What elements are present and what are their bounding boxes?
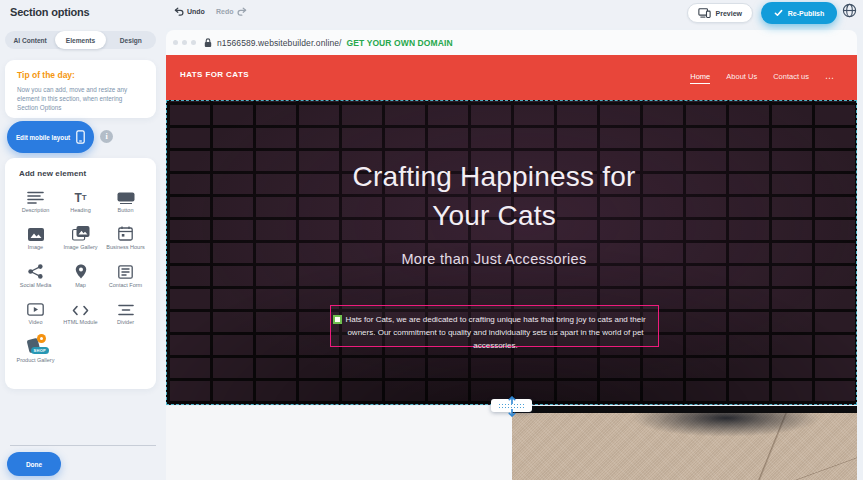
element-html-module[interactable]: HTML Module bbox=[58, 298, 103, 326]
preview-devices-icon bbox=[698, 8, 711, 19]
tab-elements[interactable]: Elements bbox=[55, 31, 105, 49]
element-divider[interactable]: Divider bbox=[103, 298, 148, 326]
tip-of-the-day-card: Tip of the day: Now you can add, move an… bbox=[5, 60, 156, 118]
selection-drag-handle[interactable] bbox=[333, 315, 342, 324]
site-logo[interactable]: HATS FOR CATS bbox=[180, 70, 249, 79]
site-header[interactable]: HATS FOR CATS Home About Us Contact us ⋯ bbox=[166, 55, 857, 100]
republish-label: Re-Publish bbox=[788, 10, 825, 17]
heading-icon: TT bbox=[74, 186, 86, 204]
element-product-gallery[interactable]: SHOP Product Gallery bbox=[13, 336, 58, 364]
nav-contact-us[interactable]: Contact us bbox=[773, 72, 809, 84]
social-media-icon bbox=[28, 261, 43, 279]
page-title: Section options bbox=[10, 6, 90, 18]
element-heading[interactable]: TT Heading bbox=[58, 186, 103, 214]
element-image[interactable]: Image bbox=[13, 223, 58, 251]
business-hours-icon bbox=[118, 223, 133, 241]
undo-button[interactable]: Undo bbox=[174, 7, 205, 16]
nav-more-icon[interactable]: ⋯ bbox=[825, 73, 835, 83]
nav-about-us[interactable]: About Us bbox=[726, 72, 757, 84]
globe-icon bbox=[842, 3, 857, 22]
check-icon bbox=[774, 9, 783, 18]
tab-design[interactable]: Design bbox=[106, 31, 156, 49]
redo-button[interactable]: Redo bbox=[216, 7, 247, 16]
element-map[interactable]: Map bbox=[58, 261, 103, 289]
redo-icon bbox=[237, 7, 247, 16]
divider-icon bbox=[118, 298, 134, 316]
edit-mobile-layout-button[interactable]: Edit mobile layout bbox=[7, 121, 94, 153]
site-nav: Home About Us Contact us ⋯ bbox=[690, 55, 835, 100]
hero-section[interactable]: Crafting Happiness for Your Cats More th… bbox=[166, 100, 857, 405]
republish-button[interactable]: Re-Publish bbox=[761, 2, 837, 24]
nav-home[interactable]: Home bbox=[690, 72, 710, 84]
map-pin-icon bbox=[75, 261, 87, 279]
element-social-media[interactable]: Social Media bbox=[13, 261, 58, 289]
tip-body: Now you can add, move and resize any ele… bbox=[17, 85, 144, 112]
element-grid: Description TT Heading Button Image Imag… bbox=[13, 186, 148, 364]
site-url: n1566589.websitebuilder.online/ bbox=[217, 38, 342, 48]
sidebar-divider bbox=[10, 445, 156, 446]
preview-label: Preview bbox=[716, 10, 742, 17]
image-icon bbox=[28, 223, 44, 241]
description-icon bbox=[27, 186, 44, 204]
info-icon[interactable]: i bbox=[100, 130, 113, 143]
tip-title: Tip of the day: bbox=[17, 70, 144, 80]
contact-form-icon bbox=[118, 261, 133, 279]
hero-subheading[interactable]: More than Just Accessories bbox=[167, 251, 821, 267]
site-canvas: n1566589.websitebuilder.online/ GET YOUR… bbox=[166, 28, 857, 480]
undo-label: Undo bbox=[187, 8, 205, 15]
lock-icon bbox=[204, 38, 212, 48]
done-button[interactable]: Done bbox=[7, 452, 61, 476]
sidebar: AI Content Elements Design Tip of the da… bbox=[0, 0, 166, 480]
preview-button[interactable]: Preview bbox=[687, 3, 753, 23]
selected-text-element[interactable]: Hats for Cats, we are dedicated to craft… bbox=[330, 305, 659, 347]
element-video[interactable]: Video bbox=[13, 298, 58, 326]
arrow-down-icon bbox=[508, 403, 516, 421]
browser-window-dots bbox=[173, 40, 196, 45]
video-icon bbox=[27, 298, 44, 316]
undo-icon bbox=[174, 7, 184, 16]
hero-heading[interactable]: Crafting Happiness for Your Cats bbox=[329, 157, 659, 235]
html-module-icon bbox=[72, 298, 89, 316]
hero-content: Crafting Happiness for Your Cats More th… bbox=[167, 101, 821, 404]
topbar: Section options Undo Redo Preview Re-Pub… bbox=[0, 0, 863, 28]
image-gallery-icon bbox=[72, 223, 90, 241]
language-globe-button[interactable] bbox=[841, 4, 858, 21]
new-feature-badge bbox=[37, 334, 46, 343]
hero-paragraph: Hats for Cats, we are dedicated to craft… bbox=[345, 315, 645, 350]
sidebar-tabs: AI Content Elements Design bbox=[5, 31, 156, 49]
element-contact-form[interactable]: Contact Form bbox=[103, 261, 148, 289]
shop-badge: SHOP bbox=[31, 347, 50, 354]
next-section-cat-shadow-photo[interactable] bbox=[512, 406, 857, 480]
website-builder-app: Section options Undo Redo Preview Re-Pub… bbox=[0, 0, 863, 480]
element-description[interactable]: Description bbox=[13, 186, 58, 214]
element-button[interactable]: Button bbox=[103, 186, 148, 214]
add-element-title: Add new element bbox=[19, 169, 148, 178]
section-resize-handle[interactable] bbox=[491, 399, 532, 412]
tab-ai-content[interactable]: AI Content bbox=[5, 31, 55, 49]
browser-address-bar: n1566589.websitebuilder.online/ GET YOUR… bbox=[166, 30, 857, 55]
phone-icon bbox=[76, 130, 85, 145]
button-icon bbox=[117, 186, 135, 204]
get-own-domain-link[interactable]: GET YOUR OWN DOMAIN bbox=[347, 38, 453, 48]
element-image-gallery[interactable]: Image Gallery bbox=[58, 223, 103, 251]
add-new-element-panel: Add new element Description TT Heading B… bbox=[5, 158, 156, 389]
product-gallery-icon: SHOP bbox=[25, 336, 47, 354]
element-business-hours[interactable]: Business Hours bbox=[103, 223, 148, 251]
redo-label: Redo bbox=[216, 8, 234, 15]
edit-mobile-label: Edit mobile layout bbox=[16, 134, 70, 141]
